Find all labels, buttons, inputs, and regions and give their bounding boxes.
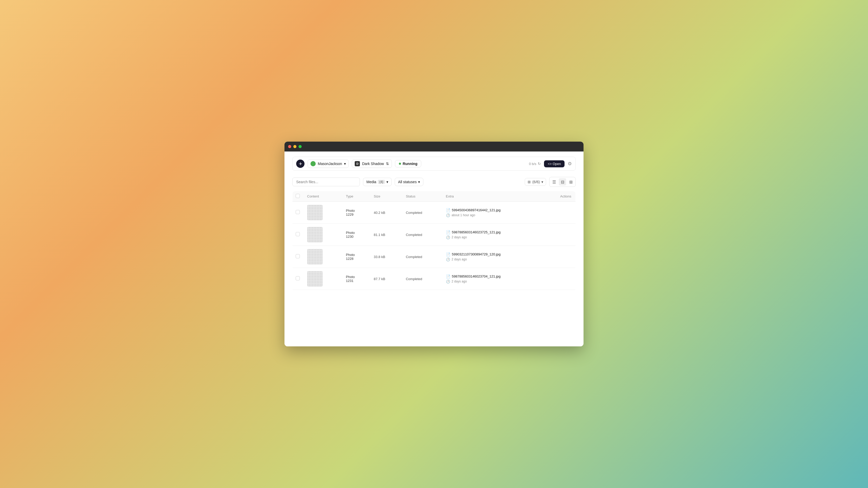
user-name: MasonJackson (318, 162, 342, 166)
filename-0: 5994500436897416442_121.jpg (452, 208, 501, 212)
view-detail-button[interactable]: ⊟ (559, 178, 566, 186)
header-content: Content (303, 191, 342, 202)
view-compact-button[interactable]: ☰ (551, 178, 558, 186)
user-dropdown-chevron: ▾ (344, 162, 346, 166)
bandwidth-display: 0 b/s ↻ (529, 162, 541, 166)
extra-time-3: 🕐 2 days ago (446, 280, 540, 284)
status-cell-0: Completed (402, 202, 442, 224)
row-checkbox-cell (292, 268, 303, 290)
type-label-0: Photo (346, 209, 365, 213)
clock-icon-3: 🕐 (446, 280, 450, 284)
workspace-dropdown[interactable]: D Dark Shadow ⇅ (352, 160, 392, 168)
extra-time-2: 🕐 2 days ago (446, 258, 540, 261)
toolbar: Media (4) ▾ All statuses ▾ ⊞ (6/6) ▾ ☰ ⊟… (292, 177, 576, 187)
status-badge: Running (395, 160, 421, 167)
columns-label: (6/6) (532, 180, 540, 184)
table-body: Photo 1229 40.2 kB Completed 📄 599450043… (292, 202, 576, 321)
type-cell-3: Photo 1231 (342, 268, 370, 290)
app-window: ✈ MasonJackson ▾ D Dark Shadow ⇅ Running… (284, 142, 584, 346)
minimize-button[interactable] (293, 145, 297, 148)
type-label-2: Photo (346, 253, 365, 257)
extra-cell-1: 📄 5987885603146023725_121.jpg 🕐 2 days a… (442, 224, 544, 246)
columns-chevron: ▾ (541, 180, 543, 184)
size-cell-3: 87.7 kB (370, 268, 402, 290)
size-cell-2: 33.8 kB (370, 246, 402, 268)
search-input[interactable] (292, 177, 360, 186)
header-actions: Actions (544, 191, 576, 202)
maximize-button[interactable] (299, 145, 302, 148)
columns-icon: ⊞ (528, 180, 531, 184)
status-filter-dropdown[interactable]: All statuses ▾ (395, 178, 424, 186)
header-size: Size (370, 191, 402, 202)
status-filter-label: All statuses (398, 180, 417, 184)
actions-cell-2 (544, 246, 576, 268)
table-row: Photo 1228 33.8 kB Completed 📄 599032110… (292, 246, 576, 268)
type-cell-0: Photo 1229 (342, 202, 370, 224)
titlebar (284, 142, 584, 152)
content-cell-3 (303, 268, 342, 290)
content-cell-0 (303, 202, 342, 224)
logo-icon: ✈ (299, 161, 302, 166)
open-button[interactable]: <> Open (544, 160, 564, 167)
extra-cell-3: 📄 5987885603146023704_121.jpg 🕐 2 days a… (442, 268, 544, 290)
type-number-1: 1230 (346, 235, 365, 238)
workspace-badge: D (355, 161, 360, 166)
time-3: 2 days ago (452, 280, 467, 283)
view-grid-button[interactable]: ⊞ (567, 178, 575, 186)
row-checkbox-cell (292, 202, 303, 224)
empty-row-cell (292, 290, 576, 321)
status-filter-chevron: ▾ (418, 180, 420, 184)
table-row: Photo 1229 40.2 kB Completed 📄 599450043… (292, 202, 576, 224)
extra-cell-2: 📄 5990321107300894729_120.jpg 🕐 2 days a… (442, 246, 544, 268)
refresh-icon[interactable]: ↻ (538, 162, 541, 166)
media-filter-dropdown[interactable]: Media (4) ▾ (363, 178, 392, 186)
user-dropdown[interactable]: MasonJackson ▾ (308, 160, 349, 168)
header-checkbox-cell (292, 191, 303, 202)
filename-3: 5987885603146023704_121.jpg (452, 274, 501, 278)
thumbnail-3 (307, 271, 323, 287)
file-icon-1: 📄 (446, 230, 451, 234)
media-filter-chevron: ▾ (386, 180, 388, 184)
file-icon-0: 📄 (446, 208, 451, 212)
status-label: Running (403, 162, 417, 166)
size-cell-0: 40.2 kB (370, 202, 402, 224)
clock-icon-0: 🕐 (446, 213, 450, 217)
media-filter-count: (4) (378, 180, 385, 184)
extra-time-1: 🕐 2 days ago (446, 235, 540, 239)
actions-cell-0 (544, 202, 576, 224)
select-all-checkbox[interactable] (296, 194, 300, 198)
settings-icon[interactable]: ⚙ (568, 161, 572, 167)
table-row: Photo 1231 87.7 kB Completed 📄 598788560… (292, 268, 576, 290)
status-cell-1: Completed (402, 224, 442, 246)
thumbnail-2 (307, 249, 323, 264)
extra-time-0: 🕐 about 1 hour ago (446, 213, 540, 217)
filename-2: 5990321107300894729_120.jpg (452, 252, 501, 256)
row-checkbox-0[interactable] (296, 210, 300, 214)
thumbnail-0 (307, 205, 323, 220)
file-table: Content Type Size Status Extra Actions (292, 191, 576, 321)
type-label-1: Photo (346, 231, 365, 235)
type-number-3: 1231 (346, 279, 365, 283)
file-icon-2: 📄 (446, 252, 451, 257)
type-label-3: Photo (346, 275, 365, 279)
row-checkbox-1[interactable] (296, 232, 300, 236)
bandwidth-value: 0 b/s (529, 162, 536, 166)
extra-filename-3: 📄 5987885603146023704_121.jpg (446, 274, 540, 279)
row-checkbox-2[interactable] (296, 254, 300, 258)
type-cell-1: Photo 1230 (342, 224, 370, 246)
workspace-dropdown-chevron: ⇅ (386, 162, 389, 166)
actions-cell-3 (544, 268, 576, 290)
header-bar: ✈ MasonJackson ▾ D Dark Shadow ⇅ Running… (292, 157, 576, 171)
time-2: 2 days ago (452, 258, 467, 261)
extra-cell-0: 📄 5994500436897416442_121.jpg 🕐 about 1 … (442, 202, 544, 224)
row-checkbox-cell (292, 224, 303, 246)
row-checkbox-3[interactable] (296, 276, 300, 281)
content-cell-1 (303, 224, 342, 246)
workspace-name: Dark Shadow (362, 162, 384, 166)
columns-control[interactable]: ⊞ (6/6) ▾ (525, 178, 546, 186)
open-button-label: <> Open (548, 162, 561, 166)
actions-cell-1 (544, 224, 576, 246)
close-button[interactable] (288, 145, 291, 148)
content-cell-2 (303, 246, 342, 268)
type-cell-2: Photo 1228 (342, 246, 370, 268)
